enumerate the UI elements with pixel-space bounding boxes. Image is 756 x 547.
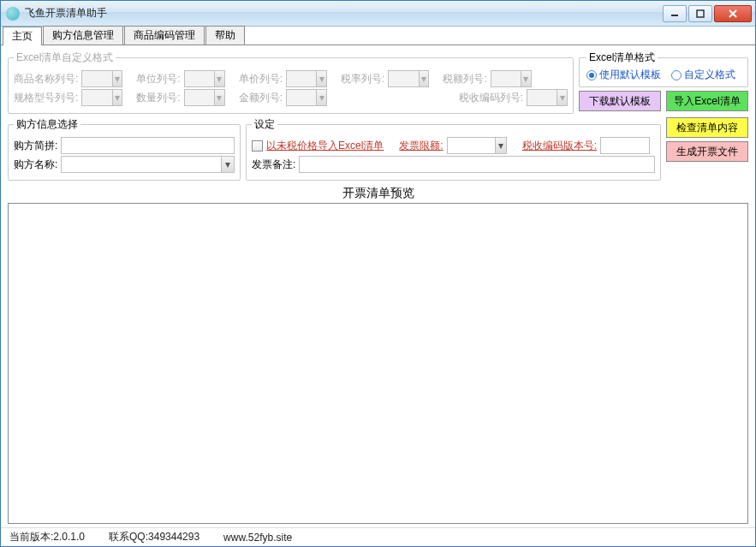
invoice-remark-input[interactable]	[299, 156, 655, 173]
radio-unchecked-icon	[671, 70, 682, 80]
lbl-buyer-pinyin: 购方简拼:	[14, 139, 57, 153]
combo-taxrate-col[interactable]: ▾	[388, 70, 429, 87]
window-title: 飞鱼开票清单助手	[25, 6, 663, 21]
statusbar: 当前版本:2.0.1.0 联系QQ:349344293 www.52fyb.si…	[1, 527, 755, 546]
lbl-price-col: 单价列号:	[239, 72, 283, 86]
tabstrip: 主页 购方信息管理 商品编码管理 帮助	[1, 27, 755, 45]
combo-unit-col[interactable]: ▾	[184, 70, 225, 87]
combo-taxamount-col[interactable]: ▾	[491, 70, 532, 87]
excel-format-fieldset: Excel清单格式 使用默认模板 自定义格式	[579, 51, 748, 87]
client-area: Excel清单自定义格式 商品名称列号: ▾ 单位列号: ▾ 单价列号: ▾ 税…	[1, 45, 755, 527]
chevron-down-icon: ▾	[557, 90, 567, 105]
chevron-down-icon: ▾	[112, 90, 122, 105]
settings-fieldset: 设定 以未税价格导入Excel清单 发票限额: ▾ 税收编码版本号: 发票备注:	[246, 117, 661, 181]
import-excel-button[interactable]: 导入Excel清单	[666, 91, 748, 111]
lbl-taxamount-col: 税额列号:	[443, 72, 486, 86]
lbl-taxcode-ver: 税收编码版本号:	[522, 139, 597, 153]
status-version: 当前版本:2.0.1.0	[9, 530, 85, 544]
combo-invoice-limit[interactable]: ▾	[447, 137, 507, 154]
chevron-down-icon: ▾	[419, 71, 429, 86]
chevron-down-icon: ▾	[221, 157, 234, 172]
chevron-down-icon: ▾	[495, 138, 506, 153]
checkbox-notax-import[interactable]	[252, 140, 263, 152]
buyer-name-combo[interactable]: ▾	[61, 156, 235, 173]
status-site: www.52fyb.site	[223, 532, 292, 544]
tab-help[interactable]: 帮助	[205, 26, 245, 45]
combo-spec-col[interactable]: ▾	[81, 89, 122, 106]
combo-amount-col[interactable]: ▾	[286, 89, 327, 106]
svg-rect-1	[697, 10, 704, 17]
titlebar: 飞鱼开票清单助手	[1, 1, 755, 27]
lbl-invoice-remark: 发票备注:	[252, 158, 295, 172]
lbl-product-name-col: 商品名称列号:	[14, 72, 78, 86]
excel-custom-legend: Excel清单自定义格式	[14, 51, 116, 65]
lbl-unit-col: 单位列号:	[136, 72, 180, 86]
tab-product-code-mgmt[interactable]: 商品编码管理	[124, 26, 205, 45]
radio-custom-format[interactable]: 自定义格式	[671, 68, 735, 82]
check-content-button[interactable]: 检查清单内容	[666, 117, 748, 138]
radio-checked-icon	[586, 70, 597, 80]
combo-product-name-col[interactable]: ▾	[81, 70, 122, 87]
buyer-fieldset: 购方信息选择 购方简拼: 购方名称: ▾	[8, 117, 241, 181]
chevron-down-icon: ▾	[214, 90, 224, 105]
lbl-spec-col: 规格型号列号:	[14, 91, 78, 105]
link-notax-import[interactable]: 以未税价格导入Excel清单	[266, 139, 384, 153]
combo-price-col[interactable]: ▾	[286, 70, 327, 87]
buyer-legend: 购方信息选择	[14, 117, 80, 132]
lbl-buyer-name: 购方名称:	[14, 158, 57, 172]
chevron-down-icon: ▾	[112, 71, 122, 86]
buyer-pinyin-input[interactable]	[61, 137, 235, 154]
lbl-taxrate-col: 税率列号:	[341, 72, 384, 86]
excel-custom-fieldset: Excel清单自定义格式 商品名称列号: ▾ 单位列号: ▾ 单价列号: ▾ 税…	[8, 51, 574, 114]
lbl-invoice-limit: 发票限额:	[399, 139, 443, 153]
download-template-button[interactable]: 下载默认模板	[579, 91, 661, 111]
chevron-down-icon: ▾	[316, 90, 326, 105]
lbl-qty-col: 数量列号:	[136, 91, 180, 105]
taxcode-ver-input[interactable]	[600, 137, 650, 154]
radio-default-template[interactable]: 使用默认模板	[586, 68, 661, 82]
chevron-down-icon: ▾	[521, 71, 531, 86]
lbl-taxcode-col: 税收编码列号:	[459, 91, 523, 105]
tab-buyer-mgmt[interactable]: 购方信息管理	[43, 26, 123, 45]
tab-home[interactable]: 主页	[3, 27, 42, 45]
generate-file-button[interactable]: 生成开票文件	[666, 141, 748, 162]
chevron-down-icon: ▾	[316, 71, 326, 86]
app-icon	[6, 7, 20, 21]
combo-qty-col[interactable]: ▾	[184, 89, 225, 106]
close-button[interactable]	[714, 5, 752, 22]
preview-area[interactable]	[8, 203, 748, 524]
status-qq: 联系QQ:349344293	[109, 530, 199, 544]
app-window: 飞鱼开票清单助手 主页 购方信息管理 商品编码管理 帮助 Excel清单自定义格…	[0, 0, 756, 547]
maximize-button[interactable]	[688, 5, 712, 22]
combo-taxcode-col[interactable]: ▾	[527, 89, 568, 106]
settings-legend: 设定	[252, 117, 277, 132]
chevron-down-icon: ▾	[214, 71, 224, 86]
lbl-amount-col: 金额列号:	[239, 91, 283, 105]
window-controls	[663, 5, 752, 22]
preview-title: 开票清单预览	[8, 186, 748, 201]
minimize-button[interactable]	[663, 5, 687, 22]
excel-format-legend: Excel清单格式	[586, 51, 658, 65]
